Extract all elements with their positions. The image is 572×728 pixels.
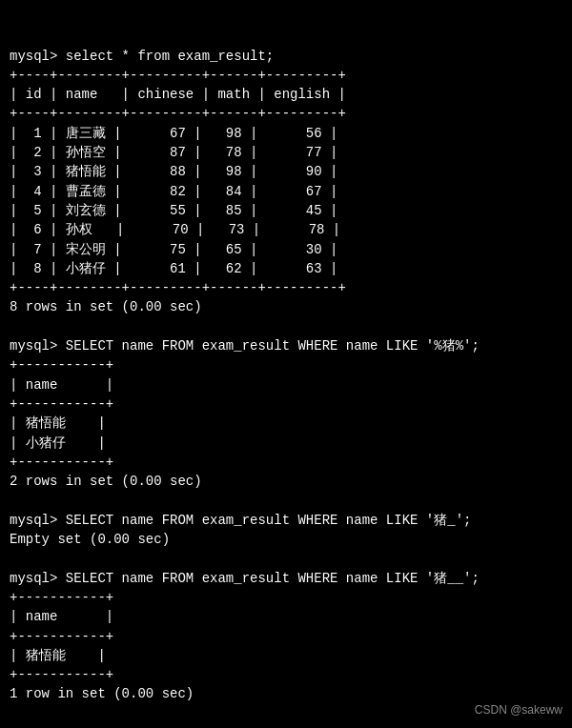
- terminal-line: mysql> SELECT name FROM exam_result WHER…: [10, 511, 562, 530]
- terminal-line: mysql> select * from exam_result;: [10, 47, 562, 66]
- terminal-line: | 7 | 宋公明 | 75 | 65 | 30 |: [10, 240, 562, 259]
- terminal-line: [10, 549, 562, 568]
- terminal-line: | 1 | 唐三藏 | 67 | 98 | 56 |: [10, 124, 562, 143]
- terminal-line: [10, 491, 562, 510]
- terminal-output: mysql> select * from exam_result;+----+-…: [10, 8, 562, 728]
- watermark: CSDN @sakeww: [475, 702, 562, 718]
- terminal-line: 8 rows in set (0.00 sec): [10, 297, 562, 316]
- terminal-line: +-----------+: [10, 453, 562, 472]
- terminal-line: | name |: [10, 375, 562, 394]
- terminal-line: | name |: [10, 607, 562, 626]
- terminal-line: +----+--------+---------+------+--------…: [10, 104, 562, 123]
- terminal-content: mysql> select * from exam_result;+----+-…: [10, 47, 562, 723]
- terminal-line: | 2 | 孙悟空 | 87 | 78 | 77 |: [10, 143, 562, 162]
- terminal-line: Empty set (0.00 sec): [10, 530, 562, 549]
- terminal-line: | 5 | 刘玄德 | 55 | 85 | 45 |: [10, 201, 562, 220]
- terminal-line: +-----------+: [10, 355, 562, 374]
- terminal-line: | 小猪仔 |: [10, 434, 562, 453]
- terminal-line: +----+--------+---------+------+--------…: [10, 66, 562, 85]
- terminal-line: +-----------+: [10, 665, 562, 684]
- terminal-line: | id | name | chinese | math | english |: [10, 85, 562, 104]
- terminal-line: | 4 | 曹孟德 | 82 | 84 | 67 |: [10, 182, 562, 201]
- terminal-line: | 3 | 猪悟能 | 88 | 98 | 90 |: [10, 162, 562, 181]
- terminal-line: | 6 | 孙权 | 70 | 73 | 78 |: [10, 220, 562, 239]
- terminal-line: +----+--------+---------+------+--------…: [10, 278, 562, 297]
- terminal-line: +-----------+: [10, 627, 562, 646]
- terminal-line: | 猪悟能 |: [10, 414, 562, 433]
- terminal-line: 2 rows in set (0.00 sec): [10, 472, 562, 491]
- terminal-line: mysql> SELECT name FROM exam_result WHER…: [10, 569, 562, 588]
- terminal-line: | 8 | 小猪仔 | 61 | 62 | 63 |: [10, 259, 562, 278]
- terminal-line: +-----------+: [10, 394, 562, 414]
- terminal-line: | 猪悟能 |: [10, 646, 562, 665]
- terminal-line: mysql> SELECT name FROM exam_result WHER…: [10, 336, 562, 355]
- terminal-line: [10, 317, 562, 336]
- terminal-line: +-----------+: [10, 588, 562, 607]
